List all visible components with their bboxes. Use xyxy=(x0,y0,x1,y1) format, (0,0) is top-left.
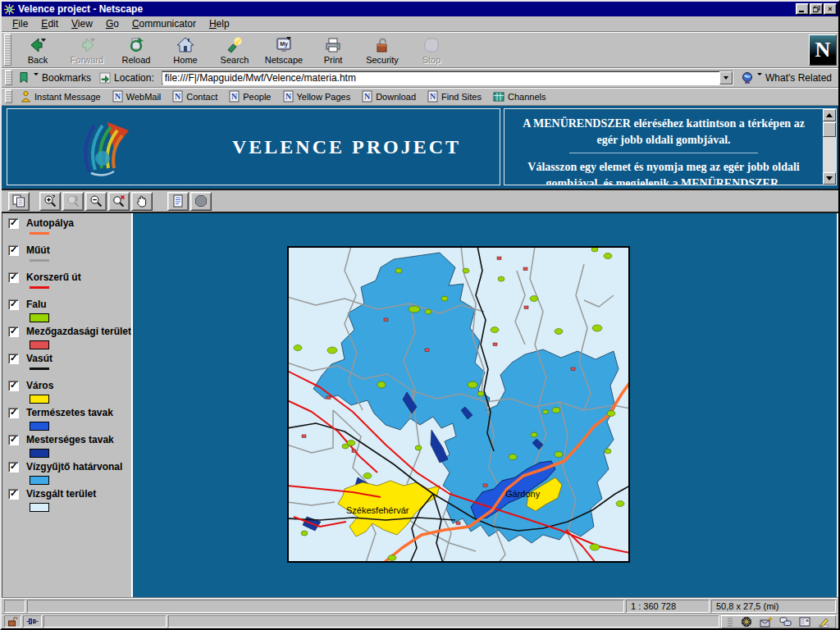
location-label-chip: Location: xyxy=(95,71,158,85)
instant-message-button[interactable]: Instant Message xyxy=(16,89,106,104)
webmail-button[interactable]: N WebMail xyxy=(107,89,167,104)
search-label: Search xyxy=(221,55,249,65)
stop-button[interactable]: Stop xyxy=(407,33,456,66)
scrollbar-track[interactable] xyxy=(823,137,836,172)
copy-button[interactable] xyxy=(8,192,30,211)
menu-help[interactable]: Help xyxy=(203,16,235,31)
svg-text:N: N xyxy=(115,92,121,101)
menu-file[interactable]: File xyxy=(7,16,34,31)
location-bar-grip[interactable] xyxy=(5,70,12,85)
scroll-up-button[interactable] xyxy=(823,109,836,121)
label-szekesfehervar: Székesfehérvár xyxy=(346,505,409,515)
my-netscape-button[interactable]: My Netscape xyxy=(259,33,308,66)
security-label: Security xyxy=(366,55,399,65)
zoom-cancel-button[interactable] xyxy=(108,192,130,211)
layer-checkbox[interactable] xyxy=(8,381,19,391)
stop-label: Stop xyxy=(422,55,441,65)
hand-icon xyxy=(135,194,149,208)
print-button[interactable]: Print xyxy=(308,33,358,66)
layer-checkbox[interactable] xyxy=(8,326,19,337)
legend-panel: Autopálya Műút Korszerű út Falu Mezőgazd… xyxy=(2,213,133,597)
online-status-button[interactable] xyxy=(23,615,42,628)
zoom-out-button[interactable] xyxy=(85,192,107,211)
component-bar-grip[interactable] xyxy=(727,617,733,627)
back-button[interactable]: Back xyxy=(13,33,62,66)
zoom-in-button[interactable] xyxy=(39,192,61,211)
legend-swatch xyxy=(30,232,49,235)
discussions-icon[interactable] xyxy=(779,616,792,627)
menu-communicator[interactable]: Communicator xyxy=(126,16,202,31)
contact-button[interactable]: N Contact xyxy=(167,89,222,104)
navigator-wheel-icon[interactable] xyxy=(741,616,752,628)
map-viewport[interactable]: Székesfehérvár Gárdony xyxy=(133,213,838,597)
download-button[interactable]: N Download xyxy=(357,89,421,104)
project-title: VELENCE PROJECT xyxy=(232,136,461,158)
url-input[interactable] xyxy=(162,72,719,84)
reload-button[interactable]: Reload xyxy=(112,33,161,66)
find-sites-label: Find Sites xyxy=(441,92,482,102)
address-book-icon[interactable] xyxy=(799,617,810,627)
menu-view[interactable]: View xyxy=(66,16,98,31)
legend-label: Műút xyxy=(26,244,50,256)
layer-checkbox[interactable] xyxy=(8,489,19,500)
personal-toolbar-grip[interactable] xyxy=(5,89,12,103)
layer-checkbox[interactable] xyxy=(8,218,19,229)
yellow-pages-button[interactable]: N Yellow Pages xyxy=(278,89,356,104)
scrollbar-thumb[interactable] xyxy=(823,122,836,137)
legend-label: Természetes tavak xyxy=(26,407,113,418)
layer-checkbox[interactable] xyxy=(8,435,19,445)
instructions-scrollbar[interactable] xyxy=(823,109,836,185)
stop-loading-button[interactable] xyxy=(190,192,212,211)
inbox-icon[interactable] xyxy=(760,616,772,628)
legend-swatch xyxy=(30,422,49,431)
velence-map-image[interactable]: Székesfehérvár Gárdony xyxy=(287,246,630,563)
bookmark-icon xyxy=(18,71,30,84)
svg-text:N: N xyxy=(285,92,291,101)
legend-swatch xyxy=(30,259,49,262)
velence-ribbon-logo xyxy=(66,116,135,178)
zoom-goto-button[interactable] xyxy=(62,192,84,211)
security-status-button[interactable] xyxy=(4,615,21,628)
netscape-logo[interactable]: N xyxy=(809,34,837,66)
legend-item-termeszetes-tavak: Természetes tavak xyxy=(8,407,131,434)
legend-swatch xyxy=(30,313,49,322)
menu-edit[interactable]: Edit xyxy=(35,16,64,31)
layer-checkbox[interactable] xyxy=(8,354,19,364)
bookmarks-button[interactable]: Bookmarks xyxy=(14,70,95,85)
forward-label: Forward xyxy=(71,55,103,65)
close-button[interactable]: × xyxy=(824,3,837,15)
legend-item-autopalya: Autopálya xyxy=(8,217,131,244)
find-sites-button[interactable]: N Find Sites xyxy=(422,89,486,104)
layer-checkbox[interactable] xyxy=(8,272,19,283)
search-button[interactable]: Search xyxy=(210,33,259,66)
netscape-page-icon: N xyxy=(229,90,240,103)
restore-button[interactable] xyxy=(810,3,823,15)
menu-go[interactable]: Go xyxy=(100,16,125,31)
minimize-button[interactable] xyxy=(796,3,809,15)
security-button[interactable]: Security xyxy=(358,33,407,66)
report-button[interactable] xyxy=(167,192,189,211)
layer-checkbox[interactable] xyxy=(8,462,19,472)
whats-related-dropdown-arrow xyxy=(757,73,762,75)
whats-related-button[interactable]: What's Related xyxy=(737,70,836,86)
svg-text:N: N xyxy=(175,92,181,101)
toolbar-grip[interactable] xyxy=(4,34,11,66)
people-button[interactable]: N People xyxy=(224,89,276,104)
magnifier-minus-icon xyxy=(89,194,103,208)
pan-button[interactable] xyxy=(131,192,153,211)
legend-label: Mesterséges tavak xyxy=(26,434,114,445)
home-button[interactable]: Home xyxy=(161,33,210,66)
header-title-cell: VELENCE PROJECT xyxy=(7,108,500,185)
component-bar xyxy=(721,615,836,628)
svg-text:N: N xyxy=(231,92,238,101)
scroll-down-button[interactable] xyxy=(823,172,836,185)
composer-icon[interactable] xyxy=(818,616,830,628)
forward-button[interactable]: Forward xyxy=(62,33,112,66)
browser-status-bar xyxy=(2,614,838,628)
svg-text:N: N xyxy=(364,92,371,101)
channels-button[interactable]: Channels xyxy=(488,89,550,104)
layer-checkbox[interactable] xyxy=(8,299,19,310)
layer-checkbox[interactable] xyxy=(8,245,19,256)
layer-checkbox[interactable] xyxy=(8,408,19,418)
url-dropdown-button[interactable] xyxy=(719,71,733,84)
